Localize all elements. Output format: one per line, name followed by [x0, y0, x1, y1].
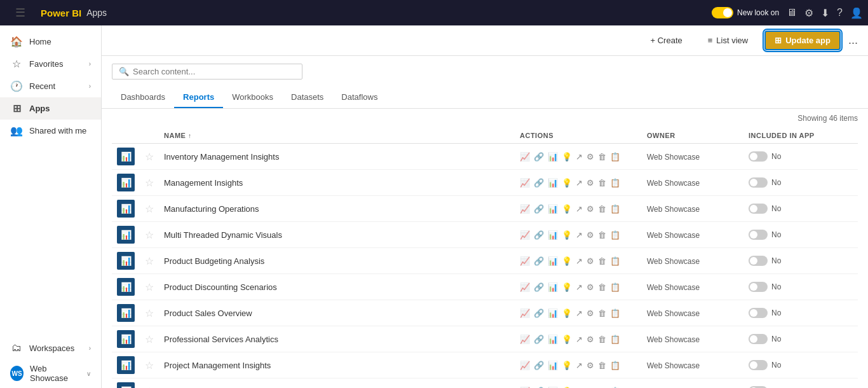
sidebar-item-apps[interactable]: ⊞ Apps: [0, 97, 101, 120]
insight-icon[interactable]: 💡: [562, 178, 572, 188]
monitor-icon[interactable]: 🖥: [787, 7, 797, 18]
help-icon[interactable]: ?: [837, 7, 843, 18]
link-icon[interactable]: 🔗: [534, 282, 544, 292]
included-toggle[interactable]: [749, 282, 768, 292]
delete-icon[interactable]: 🗑: [598, 204, 606, 214]
account-icon[interactable]: 👤: [850, 7, 863, 19]
analyze-icon[interactable]: 📊: [548, 335, 558, 344]
included-toggle[interactable]: [749, 334, 768, 344]
link-icon[interactable]: 🔗: [534, 178, 544, 188]
hamburger-icon[interactable]: ☰: [5, 0, 36, 26]
copy-icon[interactable]: 📋: [610, 308, 620, 318]
analyze-icon[interactable]: 📊: [548, 282, 558, 292]
settings-icon[interactable]: ⚙: [587, 361, 594, 370]
share-icon[interactable]: ↗: [576, 361, 583, 370]
sidebar-item-favorites[interactable]: ☆ Favorites ›: [0, 53, 101, 75]
trend-icon[interactable]: 📈: [520, 361, 530, 370]
share-icon[interactable]: ↗: [576, 335, 583, 344]
link-icon[interactable]: 🔗: [534, 204, 544, 214]
delete-icon[interactable]: 🗑: [598, 178, 606, 188]
included-toggle[interactable]: [749, 204, 768, 214]
insight-icon[interactable]: 💡: [562, 256, 572, 266]
delete-icon[interactable]: 🗑: [598, 282, 606, 292]
trend-icon[interactable]: 📈: [520, 178, 530, 188]
report-name[interactable]: Product Discounting Scenarios: [164, 282, 277, 292]
more-button[interactable]: ...: [848, 34, 858, 47]
tab-dataflows[interactable]: Dataflows: [332, 87, 386, 108]
trend-icon[interactable]: 📈: [520, 204, 530, 214]
toggle-switch[interactable]: [712, 7, 733, 18]
delete-icon[interactable]: 🗑: [598, 230, 606, 240]
tab-reports[interactable]: Reports: [174, 87, 223, 108]
delete-icon[interactable]: 🗑: [598, 335, 606, 344]
favorite-star[interactable]: ☆: [145, 386, 154, 389]
analyze-icon[interactable]: 📊: [548, 178, 558, 188]
copy-icon[interactable]: 📋: [610, 230, 620, 240]
sidebar-item-recent[interactable]: 🕐 Recent ›: [0, 75, 101, 97]
analyze-icon[interactable]: 📊: [548, 230, 558, 240]
link-icon[interactable]: 🔗: [534, 335, 544, 344]
share-icon[interactable]: ↗: [576, 152, 583, 162]
included-toggle[interactable]: [749, 360, 768, 370]
settings-icon[interactable]: ⚙: [587, 152, 594, 162]
insight-icon[interactable]: 💡: [562, 282, 572, 292]
included-toggle[interactable]: [749, 177, 768, 188]
link-icon[interactable]: 🔗: [534, 361, 544, 370]
share-icon[interactable]: ↗: [576, 256, 583, 266]
link-icon[interactable]: 🔗: [534, 152, 544, 162]
link-icon[interactable]: 🔗: [534, 256, 544, 266]
settings-icon[interactable]: ⚙: [804, 7, 813, 19]
settings-icon[interactable]: ⚙: [587, 256, 594, 266]
sidebar-item-shared[interactable]: 👥 Shared with me: [0, 120, 101, 142]
report-name[interactable]: Product Budgeting Analysis: [164, 256, 264, 266]
tab-dashboards[interactable]: Dashboards: [112, 87, 174, 108]
copy-icon[interactable]: 📋: [610, 178, 620, 188]
report-name[interactable]: Multi Threaded Dynamic Visuals: [164, 230, 282, 240]
report-name[interactable]: Inventory Management Insights: [164, 152, 279, 162]
insight-icon[interactable]: 💡: [562, 152, 572, 162]
included-toggle[interactable]: [749, 308, 768, 318]
favorite-star[interactable]: ☆: [145, 256, 154, 267]
list-view-button[interactable]: ≡ List view: [699, 32, 757, 49]
update-app-button[interactable]: ⊞ Update app: [764, 31, 841, 50]
copy-icon[interactable]: 📋: [610, 256, 620, 266]
sidebar-item-web-showcase[interactable]: WS Web Showcase ∨: [0, 359, 101, 388]
trend-icon[interactable]: 📈: [520, 282, 530, 292]
favorite-star[interactable]: ☆: [145, 177, 154, 188]
copy-icon[interactable]: 📋: [610, 152, 620, 162]
analyze-icon[interactable]: 📊: [548, 256, 558, 266]
included-toggle[interactable]: [749, 256, 768, 266]
copy-icon[interactable]: 📋: [610, 335, 620, 344]
report-name[interactable]: Management Insights: [164, 178, 243, 188]
analyze-icon[interactable]: 📊: [548, 361, 558, 370]
trend-icon[interactable]: 📈: [520, 230, 530, 240]
trend-icon[interactable]: 📈: [520, 256, 530, 266]
favorite-star[interactable]: ☆: [145, 151, 154, 162]
settings-icon[interactable]: ⚙: [587, 308, 594, 318]
new-look-toggle[interactable]: New look on: [712, 7, 779, 18]
favorite-star[interactable]: ☆: [145, 308, 154, 319]
link-icon[interactable]: 🔗: [534, 308, 544, 318]
delete-icon[interactable]: 🗑: [598, 256, 606, 266]
share-icon[interactable]: ↗: [576, 282, 583, 292]
insight-icon[interactable]: 💡: [562, 204, 572, 214]
copy-icon[interactable]: 📋: [610, 282, 620, 292]
th-name[interactable]: NAME ↑: [159, 128, 515, 144]
share-icon[interactable]: ↗: [576, 230, 583, 240]
report-name[interactable]: Professional Services Analytics: [164, 335, 278, 344]
settings-icon[interactable]: ⚙: [587, 230, 594, 240]
settings-icon[interactable]: ⚙: [587, 178, 594, 188]
report-name[interactable]: Product Sales Overview: [164, 308, 252, 318]
search-input[interactable]: [133, 67, 295, 76]
insight-icon[interactable]: 💡: [562, 361, 572, 370]
insight-icon[interactable]: 💡: [562, 335, 572, 344]
sidebar-item-workspaces[interactable]: 🗂 Workspaces ›: [0, 337, 101, 359]
trend-icon[interactable]: 📈: [520, 152, 530, 162]
analyze-icon[interactable]: 📊: [548, 204, 558, 214]
trend-icon[interactable]: 📈: [520, 308, 530, 318]
delete-icon[interactable]: 🗑: [598, 308, 606, 318]
analyze-icon[interactable]: 📊: [548, 152, 558, 162]
included-toggle[interactable]: [749, 151, 768, 162]
sidebar-item-home[interactable]: 🏠 Home: [0, 31, 101, 53]
create-button[interactable]: + Create: [642, 32, 691, 49]
